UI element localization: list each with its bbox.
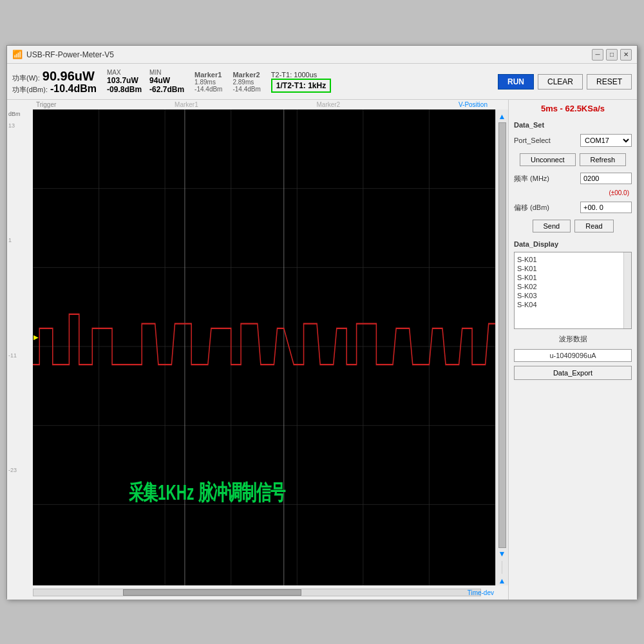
chart-bottom-bar: Time-dev (7, 585, 508, 600)
marker-group: Marker1 1.89ms -14.4dBm Marker2 2.89ms -… (194, 71, 261, 93)
titlebar-left: 📶 USB-RF-Power-Meter-V5 (12, 50, 114, 59)
y-label-13: 13 (8, 122, 32, 129)
divider (502, 561, 502, 574)
close-button[interactable]: ✕ (620, 49, 632, 61)
main-window: 📶 USB-RF-Power-Meter-V5 ─ □ ✕ 功率(W): 90.… (6, 45, 638, 599)
unconnect-button[interactable]: Unconnect (520, 153, 576, 166)
waveform-data-box: u-10409096uA (514, 349, 632, 362)
v-position-top-label: V-Position (459, 101, 488, 108)
marker1-top-label: Marker1 (175, 101, 198, 108)
wifi-icon: 📶 (12, 50, 23, 59)
v-position-down-arrow[interactable]: ▼ (498, 549, 506, 558)
data-display-scrollbar[interactable] (623, 252, 631, 328)
connect-btn-row: Unconnect Refresh (514, 153, 632, 166)
t2t1-group: T2-T1: 1000us 1/T2-T1: 1kHz (271, 71, 331, 93)
offset-row: 偏移 (dBm) (514, 202, 632, 213)
power-w-value: 90.96uW (43, 69, 95, 83)
sample-rate-display: 5ms - 62.5KSa/s (514, 102, 632, 115)
send-read-btn-row: Send Read (514, 220, 632, 232)
marker1-label: Marker1 (194, 71, 222, 79)
v-scrollbar-thumb[interactable] (498, 122, 506, 548)
marker1-group: Marker1 1.89ms -14.4dBm (194, 71, 222, 93)
min-value: 94uW (149, 76, 184, 85)
min-subvalue: -62.7dBm (149, 85, 184, 94)
waveform-label: 波形数据 (514, 333, 632, 345)
time-dev-label: Time-dev (468, 589, 494, 596)
t2t1-label: T2-T1: 1000us (271, 71, 331, 79)
offset-label: 偏移 (dBm) (514, 203, 549, 213)
offset-input[interactable] (580, 202, 632, 213)
inv-t2t1-box: 1/T2-T1: 1kHz (271, 79, 331, 93)
send-button[interactable]: Send (533, 220, 571, 232)
port-select-row: Port_Select COM17 COM1 COM2 (514, 134, 632, 147)
max-min-group: MAX 103.7uW -09.8dBm MIN 94uW -62.7dBm (107, 69, 184, 94)
titlebar: 📶 USB-RF-Power-Meter-V5 ─ □ ✕ (7, 46, 637, 64)
max-value: 103.7uW (107, 76, 142, 85)
trigger-top-label: Trigger (36, 101, 56, 108)
list-item: S-K01 (517, 264, 629, 273)
svg-text:采集1KHz  脉冲调制信号: 采集1KHz 脉冲调制信号 (129, 480, 286, 504)
data-export-button[interactable]: Data_Export (514, 366, 632, 380)
v-position-up-arrow[interactable]: ▲ (498, 112, 506, 121)
inv-t2t1-label: 1/T2-T1: 1kHz (276, 81, 326, 90)
header-buttons: RUN CLEAR RESET (498, 74, 632, 90)
list-item: S-K03 (517, 291, 629, 300)
scale-up-arrow[interactable]: ▲ (498, 576, 506, 585)
y-label-23: -23 (8, 467, 32, 473)
max-subvalue: -09.8dBm (107, 85, 142, 94)
power-dbm-value: -10.4dBm (50, 83, 97, 95)
marker1-time: 1.89ms (194, 79, 222, 86)
min-label: MIN (149, 69, 184, 76)
marker2-power: -14.4dBm (232, 86, 260, 93)
marker2-time: 2.89ms (232, 79, 260, 86)
freq-row: 频率 (MHz) (514, 173, 632, 184)
chart-wrapper: dBm 13 1 -11 -23 (7, 109, 508, 585)
list-item: S-K02 (517, 282, 629, 291)
window-title: USB-RF-Power-Meter-V5 (26, 50, 114, 59)
power-w-label: 功率(W): (12, 73, 40, 83)
clear-button[interactable]: CLEAR (538, 74, 583, 90)
titlebar-controls: ─ □ ✕ (592, 49, 632, 61)
marker1-power: -14.4dBm (194, 86, 222, 93)
power-dbm-label: 功率(dBm): (12, 85, 48, 95)
chart-area: Trigger Marker1 Marker2 V-Position dBm 1… (7, 100, 508, 600)
scope-svg: 采集1KHz 脉冲调制信号 (33, 109, 495, 585)
read-button[interactable]: Read (574, 220, 613, 232)
freq-label: 频率 (MHz) (514, 174, 549, 184)
y-axis-title: dBm (8, 111, 21, 117)
offset-hint: (±00.0) (514, 189, 629, 196)
right-panel: 5ms - 62.5KSa/s Data_Set Port_Select COM… (508, 100, 637, 600)
trigger-arrow: ▶ (33, 333, 39, 341)
marker2-label: Marker2 (232, 71, 260, 79)
freq-input[interactable] (580, 173, 632, 184)
horizontal-scrollbar[interactable] (33, 589, 481, 596)
run-button[interactable]: RUN (498, 74, 534, 90)
header-row: 功率(W): 90.96uW 功率(dBm): -10.4dBm MAX 103… (7, 64, 637, 100)
oscilloscope: 采集1KHz 脉冲调制信号 ▶ (33, 109, 495, 585)
marker2-top-label: Marker2 (317, 101, 341, 108)
max-label: MAX (107, 69, 142, 76)
list-item: S-K01 (517, 273, 629, 282)
y-label-1: 1 (8, 237, 32, 243)
power-group: 功率(W): 90.96uW 功率(dBm): -10.4dBm (12, 69, 97, 95)
y-label-11: -11 (8, 352, 32, 359)
minimize-button[interactable]: ─ (592, 49, 603, 61)
list-item: S-K04 (517, 300, 629, 309)
data-display-box[interactable]: S-K01 S-K01 S-K01 S-K02 S-K03 S-K04 (514, 252, 632, 329)
port-select-dropdown[interactable]: COM17 COM1 COM2 (580, 134, 632, 147)
main-area: Trigger Marker1 Marker2 V-Position dBm 1… (7, 100, 637, 600)
chart-right-bar: ▲ ▼ ▲ (495, 109, 508, 585)
h-scrollbar-thumb[interactable] (123, 589, 302, 596)
data-display-label: Data_Display (514, 240, 632, 248)
refresh-button[interactable]: Refresh (580, 153, 627, 166)
port-select-label: Port_Select (514, 137, 551, 144)
maximize-button[interactable]: □ (606, 49, 618, 61)
list-item: S-K01 (517, 255, 629, 264)
marker2-group: Marker2 2.89ms -14.4dBm (232, 71, 260, 93)
data-set-label: Data_Set (514, 121, 632, 129)
reset-button[interactable]: RESET (587, 74, 632, 90)
